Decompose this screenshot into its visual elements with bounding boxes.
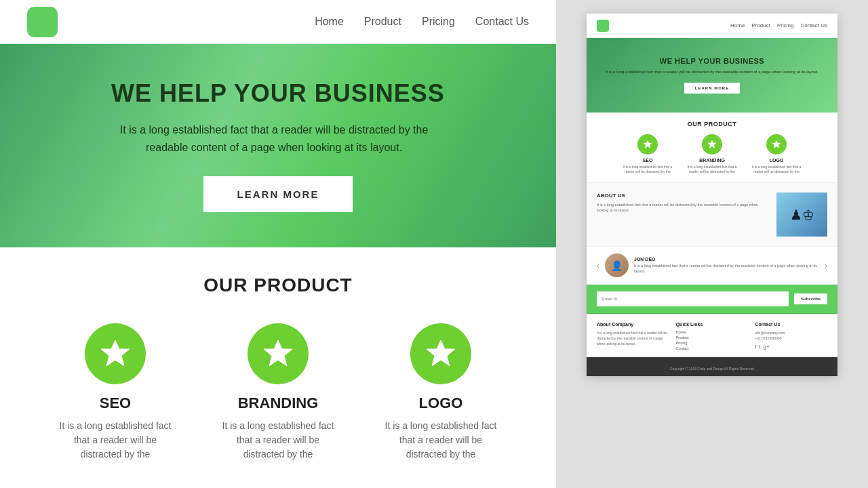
mini-branding-icon bbox=[702, 134, 722, 155]
footer-about-col: About Company It is a long established f… bbox=[597, 322, 669, 352]
footer-link-product: Product bbox=[676, 336, 749, 340]
header: Home Product Pricing Contact Us bbox=[0, 0, 556, 44]
mini-products-grid: SEO It is a long established fact that a… bbox=[593, 134, 831, 174]
mini-testimonial-section: ‹ 👤 JON DEO It is a long established fac… bbox=[587, 247, 837, 285]
logo-desc: It is a long established fact that a rea… bbox=[380, 419, 502, 462]
twitter-icon: t bbox=[760, 344, 761, 350]
gplus-icon: g+ bbox=[764, 344, 770, 350]
mini-about-section: ABOUT US It is a long established fact t… bbox=[587, 183, 837, 247]
hero-text: It is a long established fact that a rea… bbox=[111, 121, 437, 156]
mini-nav-contact: Contact Us bbox=[800, 22, 827, 28]
mini-copyright: Copyright © 2016 Code and Design All Rig… bbox=[587, 357, 837, 376]
nav-pricing[interactable]: Pricing bbox=[422, 16, 455, 28]
mini-logo-desc: It is a long established fact that a rea… bbox=[749, 165, 804, 174]
mini-hero-text: It is a long established fact that a rea… bbox=[606, 69, 818, 75]
mini-nav: Home Product Pricing Contact Us bbox=[730, 22, 827, 28]
left-panel: Home Product Pricing Contact Us WE HELP … bbox=[0, 0, 556, 488]
logo-icon-circle bbox=[410, 323, 471, 384]
svg-marker-3 bbox=[643, 140, 652, 148]
mini-logo-icon bbox=[597, 20, 609, 32]
seo-desc: It is a long established fact that a rea… bbox=[54, 419, 176, 462]
mini-about-text: ABOUT US It is a long established fact t… bbox=[597, 192, 770, 214]
products-grid: SEO It is a long established fact that a… bbox=[14, 323, 542, 462]
mini-logo-icon-circle bbox=[766, 134, 787, 155]
mini-subscribe-section: Subscribe bbox=[587, 285, 837, 314]
product-item-branding: BRANDING It is a long established fact t… bbox=[217, 323, 339, 462]
mini-branding-name: BRANDING bbox=[685, 158, 739, 163]
footer-link-pricing: Pricing bbox=[676, 341, 749, 345]
seo-icon-circle bbox=[85, 323, 146, 384]
hero-section: WE HELP YOUR BUSINESS It is a long estab… bbox=[0, 44, 556, 247]
testimonial-name: JON DEO bbox=[634, 257, 819, 262]
learn-more-button[interactable]: LEARN MORE bbox=[203, 176, 353, 212]
product-item-seo: SEO It is a long established fact that a… bbox=[54, 323, 176, 462]
svg-marker-1 bbox=[264, 340, 292, 366]
mini-product-logo: LOGO It is a long established fact that … bbox=[749, 134, 804, 174]
svg-marker-2 bbox=[427, 340, 455, 366]
mini-product-section: OUR PRODUCT SEO It is a long established… bbox=[587, 113, 837, 183]
svg-marker-0 bbox=[101, 340, 130, 366]
mini-product-seo: SEO It is a long established fact that a… bbox=[620, 134, 675, 174]
mini-hero-title: WE HELP YOUR BUSINESS bbox=[606, 57, 818, 65]
mini-hero-content: WE HELP YOUR BUSINESS It is a long estab… bbox=[595, 54, 829, 97]
mini-seo-name: SEO bbox=[620, 158, 675, 163]
copyright-text: Copyright © 2016 Code and Design All Rig… bbox=[670, 367, 754, 371]
logo-icon bbox=[27, 7, 58, 37]
social-icons: f t g+ bbox=[755, 344, 827, 350]
mini-seo-desc: It is a long established fact that a rea… bbox=[620, 165, 675, 174]
svg-marker-5 bbox=[772, 140, 781, 148]
prev-testimonial-button: ‹ bbox=[597, 261, 599, 270]
mini-nav-home: Home bbox=[730, 22, 745, 28]
footer-links-title: Quick Links bbox=[676, 322, 749, 327]
right-panel: Home Product Pricing Contact Us WE HELP … bbox=[556, 0, 868, 488]
branding-icon-circle bbox=[248, 323, 309, 384]
nav-product[interactable]: Product bbox=[364, 16, 401, 28]
mini-about-title: ABOUT US bbox=[597, 192, 770, 199]
nav-contact[interactable]: Contact Us bbox=[475, 16, 529, 28]
product-item-logo: LOGO It is a long established fact that … bbox=[380, 323, 502, 462]
mini-hero: WE HELP YOUR BUSINESS It is a long estab… bbox=[587, 38, 837, 113]
hero-content: WE HELP YOUR BUSINESS It is a long estab… bbox=[84, 66, 472, 226]
mini-learn-more-button: LEARN MORE bbox=[684, 83, 740, 94]
branding-desc: It is a long established fact that a rea… bbox=[217, 419, 339, 462]
mini-site-preview: Home Product Pricing Contact Us WE HELP … bbox=[587, 14, 837, 376]
mini-about-image: ♟♔ bbox=[776, 192, 827, 237]
mini-about-desc: It is a long established fact that a rea… bbox=[597, 202, 770, 214]
mini-header: Home Product Pricing Contact Us bbox=[587, 14, 837, 38]
mini-product-branding: BRANDING It is a long established fact t… bbox=[685, 134, 739, 174]
logo-name: LOGO bbox=[380, 394, 502, 412]
svg-marker-4 bbox=[707, 140, 716, 148]
next-testimonial-button: › bbox=[825, 261, 827, 270]
footer-email: info@company.com bbox=[755, 330, 827, 336]
footer-contact-title: Contact Us bbox=[755, 322, 827, 327]
mini-branding-desc: It is a long established fact that a rea… bbox=[685, 165, 739, 174]
hero-title: WE HELP YOUR BUSINESS bbox=[111, 79, 445, 108]
branding-name: BRANDING bbox=[217, 394, 339, 412]
mini-logo-name: LOGO bbox=[749, 158, 804, 163]
email-input bbox=[597, 291, 789, 306]
footer-about-title: About Company bbox=[597, 322, 669, 327]
testimonial-avatar: 👤 bbox=[605, 253, 629, 277]
mini-nav-pricing: Pricing bbox=[777, 22, 793, 28]
mini-footer: About Company It is a long established f… bbox=[587, 314, 837, 357]
mini-product-title: OUR PRODUCT bbox=[593, 121, 831, 127]
footer-link-home: Home bbox=[676, 330, 749, 334]
testimonial-content: JON DEO It is a long established fact th… bbox=[634, 257, 819, 274]
chess-icon: ♟♔ bbox=[790, 207, 814, 223]
footer-contact-col: Contact Us info@company.com +31 079 0000… bbox=[755, 322, 827, 352]
footer-about-text: It is a long established fact that a rea… bbox=[597, 330, 669, 346]
testimonial-text: It is a long established fact that a rea… bbox=[634, 264, 819, 274]
seo-name: SEO bbox=[54, 394, 176, 412]
footer-phone: +31 079 0000000 bbox=[755, 336, 827, 341]
product-section-title: OUR PRODUCT bbox=[14, 274, 542, 296]
subscribe-button: Subscribe bbox=[794, 293, 827, 304]
facebook-icon: f bbox=[755, 344, 756, 350]
footer-links-col: Quick Links Home Product Pricing Contact bbox=[676, 322, 749, 352]
main-nav: Home Product Pricing Contact Us bbox=[315, 16, 529, 28]
nav-home[interactable]: Home bbox=[315, 16, 344, 28]
mini-nav-product: Product bbox=[751, 22, 770, 28]
mini-seo-icon bbox=[637, 134, 658, 155]
footer-link-contact: Contact bbox=[676, 346, 749, 350]
product-section: OUR PRODUCT SEO It is a long established… bbox=[0, 247, 556, 488]
